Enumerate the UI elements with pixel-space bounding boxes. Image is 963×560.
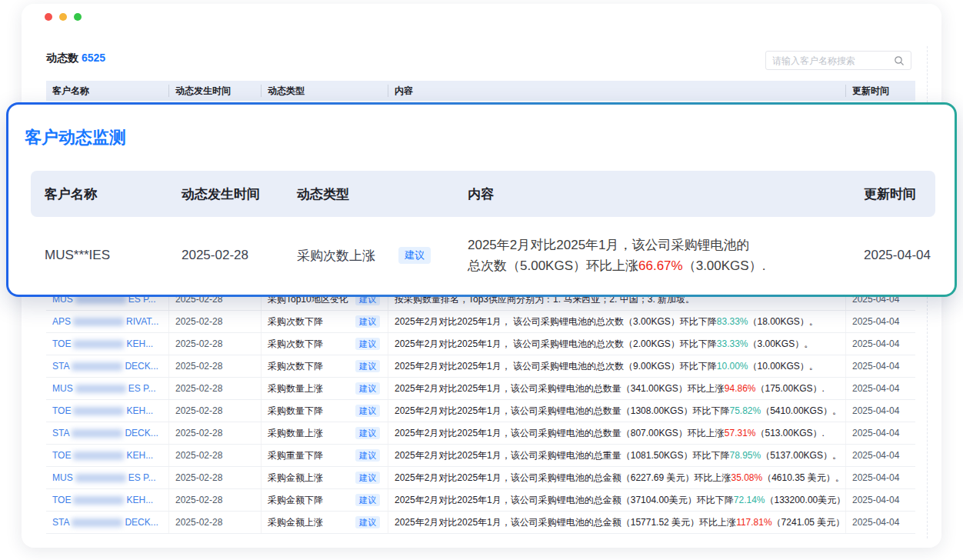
event-type-label: 采购数量上涨 <box>268 427 323 440</box>
content-percent: 75.82% <box>729 405 761 416</box>
redacted-name-blur <box>72 429 122 438</box>
suggestion-badge[interactable]: 建议 <box>355 360 380 372</box>
customer-name-link[interactable]: STA DECK... <box>46 355 169 377</box>
monitor-table-header: 客户名称 动态发生时间 动态类型 内容 更新时间 <box>31 171 935 217</box>
event-date: 2025-02-28 <box>169 333 262 355</box>
event-type-label: 采购金额上涨 <box>268 516 323 529</box>
customer-name-link[interactable]: MUS ES P... <box>46 467 169 488</box>
header-customer-name: 客户名称 <box>46 85 169 97</box>
minimize-window-icon[interactable] <box>59 13 67 21</box>
redacted-name-blur <box>72 518 122 527</box>
customer-name-link[interactable]: STA DECK... <box>46 512 169 533</box>
table-row[interactable]: TOE KEH... 2025-02-28 采购次数下降 建议 2025年2月对… <box>46 333 915 355</box>
table-row[interactable]: MUS ES P... 2025-02-28 采购数量上涨 建议 2025年2月… <box>46 378 915 400</box>
customer-name-link[interactable]: TOE KEH... <box>46 489 169 511</box>
customer-name-prefix: TOE <box>52 450 71 461</box>
table-row[interactable]: TOE KEH... 2025-02-28 采购数量下降 建议 2025年2月对… <box>46 400 915 422</box>
redacted-name-blur <box>73 318 124 326</box>
customer-search-box[interactable] <box>765 51 911 70</box>
close-window-icon[interactable] <box>45 13 52 21</box>
customer-name-prefix: APS <box>52 316 71 327</box>
header-content: 内容 <box>388 85 846 97</box>
table-row[interactable]: APS RIVAT... 2025-02-28 采购次数下降 建议 2025年2… <box>46 311 915 333</box>
content-text: 2025年2月对比2025年1月，该公司采购锂电池的总金额（15771.52 美… <box>395 516 736 529</box>
content-percent: 94.86% <box>725 383 756 394</box>
content-tail: （18.00KGS）。 <box>748 315 818 328</box>
customer-name-suffix: ES P... <box>128 472 156 483</box>
monitor-table-row[interactable]: MUS***IES 2025-02-28 采购次数上涨 建议 2025年2月对比… <box>31 220 935 291</box>
content-text: 2025年2月对比2025年1月， 该公司采购锂电池的总次数（9.00KGS）环… <box>395 360 717 373</box>
event-type-cell: 采购次数下降 建议 <box>262 355 388 377</box>
content-percent: 83.33% <box>717 316 748 327</box>
redacted-name-blur <box>73 452 124 460</box>
content-text: 2025年2月对比2025年1月，该公司采购锂电池的总数量（1308.00KGS… <box>395 405 729 418</box>
update-date: 2025-04-04 <box>846 467 915 488</box>
update-date: 2025-04-04 <box>846 333 915 355</box>
monitor-card-body: 客户动态监测 客户名称 动态发生时间 动态类型 内容 更新时间 MUS***IE… <box>8 105 955 295</box>
content-tail: （5137.00KGS）。 <box>761 449 841 462</box>
table-row[interactable]: STA DECK... 2025-02-28 采购数量上涨 建议 2025年2月… <box>46 422 915 445</box>
content-percent: 72.14% <box>734 495 765 505</box>
maximize-window-icon[interactable] <box>74 13 82 21</box>
table-row[interactable]: TOE KEH... 2025-02-28 采购金额下降 建议 2025年2月对… <box>46 489 915 512</box>
event-date: 2025-02-28 <box>169 378 262 399</box>
redacted-name-blur <box>73 407 124 415</box>
table-row[interactable]: MUS ES P... 2025-02-28 采购金额上涨 建议 2025年2月… <box>46 467 915 489</box>
event-type-label: 采购重量下降 <box>268 449 323 462</box>
suggestion-badge[interactable]: 建议 <box>355 338 380 350</box>
customer-name-suffix: KEH... <box>126 405 153 416</box>
customer-name-link[interactable]: TOE KEH... <box>46 445 169 466</box>
suggestion-badge[interactable]: 建议 <box>355 315 380 328</box>
content-tail: （10.00KGS）。 <box>748 360 818 373</box>
customer-name-prefix: TOE <box>52 495 71 505</box>
customer-name-link[interactable]: APS RIVAT... <box>46 311 169 332</box>
suggestion-badge[interactable]: 建议 <box>355 382 380 395</box>
customer-name-prefix: STA <box>52 361 69 372</box>
update-date: 2025-04-04 <box>846 445 915 466</box>
customer-name-link[interactable]: TOE KEH... <box>46 400 169 422</box>
event-date: 2025-02-28 <box>169 422 262 444</box>
update-date: 2025-04-04 <box>846 355 915 377</box>
event-content: 2025年2月对比2025年1月， 该公司采购锂电池的总次数（2.00KGS）环… <box>388 333 846 355</box>
search-input[interactable] <box>772 55 894 66</box>
header-update-date: 更新时间 <box>846 85 915 97</box>
customer-name-link[interactable]: TOE KEH... <box>46 333 169 355</box>
suggestion-badge[interactable]: 建议 <box>355 449 380 462</box>
customer-name-link[interactable]: MUS ES P... <box>46 378 169 399</box>
event-type-cell: 采购金额上涨 建议 <box>262 467 388 488</box>
content-text: 2025年2月对比2025年1月，该公司采购锂电池的总数量（341.00KGS）… <box>395 382 725 395</box>
content-text: 2025年2月对比2025年1月， 该公司采购锂电池的总次数（2.00KGS）环… <box>395 338 717 351</box>
suggestion-badge[interactable]: 建议 <box>355 494 380 506</box>
table-row[interactable]: STA DECK... 2025-02-28 采购次数下降 建议 2025年2月… <box>46 355 915 378</box>
event-content: 2025年2月对比2025年1月，该公司采购锂电池的总数量（807.00KGS）… <box>388 422 846 444</box>
event-type-label: 采购次数下降 <box>268 338 323 351</box>
customer-dynamics-monitor-card: 客户动态监测 客户名称 动态发生时间 动态类型 内容 更新时间 MUS***IE… <box>6 102 957 297</box>
event-date: 2025-02-28 <box>169 445 262 466</box>
suggestion-badge[interactable]: 建议 <box>355 405 380 417</box>
content-tail: （7241.05 美元）。 <box>772 516 846 529</box>
table-row[interactable]: TOE KEH... 2025-02-28 采购重量下降 建议 2025年2月对… <box>46 445 915 467</box>
event-type-cell: 采购数量下降 建议 <box>262 400 388 422</box>
suggestion-badge[interactable]: 建议 <box>355 427 380 439</box>
suggestion-badge[interactable]: 建议 <box>355 472 380 484</box>
event-type-label: 采购数量下降 <box>268 405 323 418</box>
dynamics-count-label: 动态数 <box>46 52 78 64</box>
monitor-suggestion-badge[interactable]: 建议 <box>398 247 431 264</box>
table-row[interactable]: STA DECK... 2025-02-28 采购金额上涨 建议 2025年2月… <box>46 512 915 534</box>
monitor-event-date: 2025-02-28 <box>168 248 283 263</box>
redacted-name-blur <box>75 474 126 482</box>
event-date: 2025-02-28 <box>169 512 262 533</box>
search-icon <box>894 55 905 66</box>
content-text: 2025年2月对比2025年1月，该公司采购锂电池的总重量（1081.50KGS… <box>395 449 729 462</box>
customer-name-prefix: TOE <box>52 405 71 416</box>
content-percent: 57.31% <box>725 428 756 438</box>
content-text: 2025年2月对比2025年1月， 该公司采购锂电池的总次数（3.00KGS）环… <box>395 315 717 328</box>
page-title: 动态数6525 <box>46 52 105 65</box>
customer-name-suffix: KEH... <box>126 450 153 461</box>
customer-name-link[interactable]: STA DECK... <box>46 422 169 444</box>
suggestion-badge[interactable]: 建议 <box>355 516 380 528</box>
event-type-label: 采购数量上涨 <box>268 382 323 395</box>
customer-name-prefix: MUS <box>52 383 73 394</box>
content-text: 2025年2月对比2025年1月，该公司采购锂电池的总数量（807.00KGS）… <box>395 427 725 440</box>
monitor-header-event-type: 动态类型 <box>283 185 454 203</box>
